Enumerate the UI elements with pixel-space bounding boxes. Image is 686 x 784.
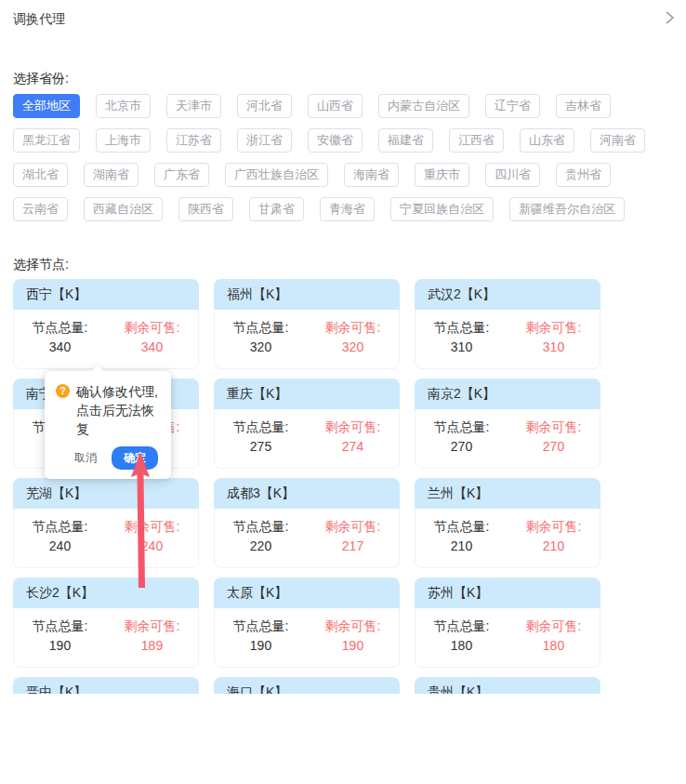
province-button[interactable]: 广东省 xyxy=(154,163,209,187)
province-button[interactable]: 全部地区 xyxy=(13,94,80,118)
province-button[interactable]: 海南省 xyxy=(344,163,399,187)
province-button[interactable]: 江苏省 xyxy=(166,128,221,153)
popconfirm-message-line2: 点击后无法恢复 xyxy=(76,401,160,438)
node-remain-label: 剩余可售: xyxy=(307,318,399,338)
node-remain-label: 剩余可售: xyxy=(106,318,198,338)
node-card[interactable]: 南京2【K】 节点总量: 270 剩余可售: 270 xyxy=(415,379,600,469)
node-total-label: 节点总量: xyxy=(215,318,307,338)
chevron-right-icon[interactable] xyxy=(662,10,677,25)
node-card[interactable]: 重庆【K】 节点总量: 275 剩余可售: 274 xyxy=(214,379,400,469)
node-total-value: 320 xyxy=(215,338,307,357)
node-remain-value: 270 xyxy=(508,437,600,457)
province-button[interactable]: 福建省 xyxy=(378,128,433,153)
node-remain-value: 240 xyxy=(106,537,198,556)
province-button[interactable]: 吉林省 xyxy=(556,94,611,118)
province-button[interactable]: 江西省 xyxy=(449,128,504,153)
node-remain-label: 剩余可售: xyxy=(307,617,399,636)
node-remain-label: 剩余可售: xyxy=(508,517,600,537)
province-section-label: 选择省份: xyxy=(13,71,673,87)
province-button[interactable]: 西藏自治区 xyxy=(84,197,163,221)
province-button[interactable]: 贵州省 xyxy=(556,163,611,187)
node-remain-label: 剩余可售: xyxy=(508,318,600,338)
node-remain-value: 274 xyxy=(307,437,399,457)
node-total-label: 节点总量: xyxy=(215,617,307,636)
node-total-label: 节点总量: xyxy=(416,517,508,537)
province-button[interactable]: 青海省 xyxy=(320,197,375,221)
province-button[interactable]: 宁夏回族自治区 xyxy=(390,197,494,221)
node-remain-value: 180 xyxy=(508,636,600,656)
node-total-label: 节点总量: xyxy=(215,517,307,537)
node-card-title: 芜湖【K】 xyxy=(13,478,199,509)
node-total-label: 节点总量: xyxy=(416,318,508,338)
node-total-value: 180 xyxy=(416,636,508,656)
node-section-label: 选择节点: xyxy=(13,257,673,273)
node-remain-value: 190 xyxy=(307,636,399,656)
node-card-title: 武汉2【K】 xyxy=(415,279,600,310)
province-button[interactable]: 山东省 xyxy=(520,128,574,153)
node-grid: 西宁【K】 节点总量: 340 剩余可售: 340 福州【K】 节点总量: 32… xyxy=(13,279,673,694)
node-card-title: 成都3【K】 xyxy=(214,478,400,509)
province-button[interactable]: 上海市 xyxy=(96,128,151,153)
node-card[interactable]: 贵州【K】 节点总量: 剩余可售: xyxy=(415,677,600,694)
province-button[interactable]: 甘肃省 xyxy=(249,197,304,221)
province-button[interactable]: 河南省 xyxy=(590,128,645,153)
node-total-value: 190 xyxy=(215,636,307,656)
province-button[interactable]: 河北省 xyxy=(237,94,292,118)
province-button[interactable]: 黑龙江省 xyxy=(13,128,80,153)
node-card[interactable]: 武汉2【K】 节点总量: 310 剩余可售: 310 xyxy=(415,279,600,369)
province-button[interactable]: 陕西省 xyxy=(178,197,233,221)
node-remain-value: 210 xyxy=(508,537,600,556)
node-card-title: 太原【K】 xyxy=(214,578,400,608)
node-card[interactable]: 太原【K】 节点总量: 190 剩余可售: 190 xyxy=(214,578,400,668)
node-card-title: 贵州【K】 xyxy=(415,677,600,694)
province-button[interactable]: 内蒙古自治区 xyxy=(378,94,469,118)
node-card[interactable]: 苏州【K】 节点总量: 180 剩余可售: 180 xyxy=(415,578,600,668)
node-total-value: 210 xyxy=(416,537,508,556)
question-circle-icon: ? xyxy=(56,384,70,398)
province-button[interactable]: 湖南省 xyxy=(84,163,139,187)
node-remain-value: 217 xyxy=(307,537,399,556)
node-card[interactable]: 芜湖【K】 节点总量: 240 剩余可售: 240 xyxy=(13,478,199,568)
province-button[interactable]: 广西壮族自治区 xyxy=(225,163,328,187)
node-total-value: 270 xyxy=(416,437,508,457)
node-card-title: 南京2【K】 xyxy=(415,379,600,409)
node-remain-value: 340 xyxy=(106,338,198,357)
cancel-button[interactable]: 取消 xyxy=(74,450,97,466)
node-card-title: 西宁【K】 xyxy=(13,279,199,310)
popconfirm-message: 确认修改代理, 点击后无法恢复 xyxy=(76,382,160,438)
popconfirm: ? 确认修改代理, 点击后无法恢复 取消 确定 xyxy=(45,371,171,479)
node-card-title: 兰州【K】 xyxy=(415,478,600,509)
province-button[interactable]: 新疆维吾尔自治区 xyxy=(509,197,625,221)
province-button[interactable]: 四川省 xyxy=(485,163,540,187)
node-card[interactable]: 成都3【K】 节点总量: 220 剩余可售: 217 xyxy=(214,478,400,568)
node-card[interactable]: 西宁【K】 节点总量: 340 剩余可售: 340 xyxy=(13,279,199,369)
province-button[interactable]: 辽宁省 xyxy=(485,94,540,118)
confirm-button[interactable]: 确定 xyxy=(112,446,158,470)
node-card[interactable]: 海口【K】 节点总量: 剩余可售: xyxy=(214,677,400,694)
node-total-value: 310 xyxy=(416,338,508,357)
node-card[interactable]: 长沙2【K】 节点总量: 190 剩余可售: 189 xyxy=(13,578,199,668)
node-card-title: 长沙2【K】 xyxy=(13,578,199,608)
node-total-label: 节点总量: xyxy=(416,617,508,636)
node-total-label: 节点总量: xyxy=(14,318,106,338)
node-card-title: 晋中【K】 xyxy=(13,677,199,694)
province-button[interactable]: 重庆市 xyxy=(415,163,469,187)
node-card-title: 福州【K】 xyxy=(214,279,400,310)
node-total-label: 节点总量: xyxy=(14,517,106,537)
node-card[interactable]: 兰州【K】 节点总量: 210 剩余可售: 210 xyxy=(415,478,600,568)
province-button[interactable]: 天津市 xyxy=(166,94,221,118)
province-button[interactable]: 安徽省 xyxy=(308,128,363,153)
node-card[interactable]: 福州【K】 节点总量: 320 剩余可售: 320 xyxy=(214,279,400,369)
province-list: 全部地区北京市天津市河北省山西省内蒙古自治区辽宁省吉林省黑龙江省上海市江苏省浙江… xyxy=(13,94,675,221)
node-remain-label: 剩余可售: xyxy=(106,517,198,537)
node-card-title: 苏州【K】 xyxy=(415,578,600,608)
province-button[interactable]: 湖北省 xyxy=(13,163,68,187)
province-button[interactable]: 浙江省 xyxy=(237,128,292,153)
node-remain-label: 剩余可售: xyxy=(307,418,399,437)
page-title: 调换代理 xyxy=(13,11,673,28)
dialog-header: 调换代理 xyxy=(13,0,673,28)
province-button[interactable]: 北京市 xyxy=(96,94,151,118)
province-button[interactable]: 山西省 xyxy=(308,94,363,118)
province-button[interactable]: 云南省 xyxy=(13,197,68,221)
node-card[interactable]: 晋中【K】 节点总量: 剩余可售: xyxy=(13,677,199,694)
